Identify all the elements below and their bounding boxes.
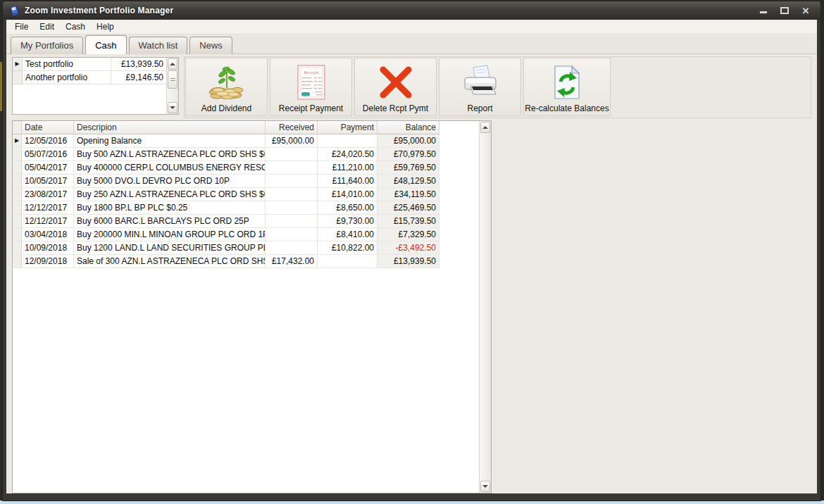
add-dividend-button[interactable]: Add Dividend: [185, 58, 268, 116]
portfolio-name: Another portfolio: [23, 71, 111, 84]
re-calculate-balances-button[interactable]: Re-calculate Balances: [523, 58, 611, 116]
grid-cell-received: [266, 148, 318, 161]
grid-header-payment: Payment: [318, 121, 377, 134]
grid-cell-payment: £10,822.00: [318, 241, 377, 255]
grid-cell-balance: £15,739.50: [377, 215, 439, 228]
scroll-down-button[interactable]: [480, 481, 490, 492]
grid-cell-received: £95,000.00: [266, 134, 318, 148]
scroll-up-button[interactable]: [168, 58, 177, 70]
toolbar-button-label: Delete Rcpt Pymt: [363, 103, 428, 113]
grid-cell-description: Buy 200000 MIN.L MINOAN GROUP PLC ORD 1P: [74, 228, 266, 241]
grid-cell-description: Buy 400000 CERP.L COLUMBUS ENERGY RESOUR: [74, 161, 266, 175]
grid-row[interactable]: 12/12/2017Buy 1800 BP.L BP PLC $0.25£8,6…: [13, 201, 479, 215]
minimize-button[interactable]: [759, 6, 768, 15]
delete-x-icon: [377, 58, 414, 103]
grid-row[interactable]: 23/08/2017Buy 250 AZN.L ASTRAZENECA PLC …: [13, 188, 479, 201]
close-button[interactable]: ✕: [801, 6, 811, 15]
grid-row[interactable]: 10/05/2017Buy 5000 DVO.L DEVRO PLC ORD 1…: [13, 175, 479, 188]
grid-cell-received: [266, 228, 318, 241]
grid-cell-balance: £48,129.50: [377, 175, 439, 188]
transactions-grid: DateDescripionReceivedPaymentBalance ▶12…: [12, 120, 492, 493]
grid-cell-date: 12/12/2017: [22, 201, 74, 215]
portfolio-name: Test portfolio: [23, 58, 111, 71]
app-client-area: FileEditCashHelp My PortfoliosCashWatch …: [6, 20, 817, 493]
printer-icon: [461, 58, 500, 103]
portfolio-scrollbar[interactable]: [166, 58, 178, 114]
row-selector: ▶: [13, 58, 23, 71]
grid-row[interactable]: 03/04/2018Buy 200000 MIN.L MINOAN GROUP …: [13, 228, 479, 241]
row-selector: [13, 228, 22, 241]
grid-cell-received: [266, 161, 318, 175]
grid-header-date: Date: [22, 121, 74, 134]
row-selector: [13, 188, 22, 201]
arrow-down-icon: [482, 485, 488, 488]
grid-cell-date: 10/09/2018: [22, 241, 74, 255]
row-selector: [13, 201, 22, 215]
title-bar[interactable]: Zoom Investment Portfolio Manager ✕: [3, 1, 820, 20]
delete-rcpt-pymt-button[interactable]: Delete Rcpt Pymt: [354, 58, 437, 116]
scroll-up-button[interactable]: [480, 122, 490, 133]
grid-row[interactable]: 05/07/2016Buy 500 AZN.L ASTRAZENECA PLC …: [13, 148, 479, 161]
menu-item-edit[interactable]: Edit: [34, 20, 60, 33]
menu-item-help[interactable]: Help: [91, 20, 120, 33]
grid-cell-payment: £24,020.50: [318, 148, 377, 161]
close-icon: ✕: [802, 6, 810, 15]
grid-cell-balance: £95,000.00: [377, 134, 439, 148]
grid-cell-description: Buy 1800 BP.L BP PLC $0.25: [74, 201, 266, 215]
grid-cell-payment: [318, 134, 377, 148]
scroll-track[interactable]: [480, 134, 491, 480]
maximize-button[interactable]: [780, 6, 789, 15]
menu-item-cash[interactable]: Cash: [60, 20, 91, 33]
grid-header: DateDescripionReceivedPaymentBalance: [13, 121, 479, 134]
grid-body: DateDescripionReceivedPaymentBalance ▶12…: [13, 121, 479, 493]
row-selector: ▶: [13, 134, 22, 148]
arrow-up-icon: [482, 126, 488, 129]
grid-cell-date: 12/05/2016: [22, 134, 74, 148]
arrow-down-icon: [170, 106, 175, 109]
grid-row[interactable]: 10/09/2018Buy 1200 LAND.L LAND SECURITIE…: [13, 241, 479, 255]
grid-cell-balance: £70,979.50: [377, 148, 439, 161]
grid-row[interactable]: 12/12/2017Buy 6000 BARC.L BARCLAYS PLC O…: [13, 215, 479, 228]
row-selector: [13, 71, 23, 84]
scroll-thumb[interactable]: [168, 70, 177, 89]
grid-header-selector: [13, 121, 22, 134]
scroll-down-button[interactable]: [168, 102, 177, 113]
menu-item-file[interactable]: File: [9, 20, 34, 33]
grid-cell-description: Opening Balance: [74, 134, 266, 148]
grid-scrollbar[interactable]: [479, 121, 491, 493]
grid-header-balance: Balance: [377, 121, 439, 134]
grid-row[interactable]: 12/09/2018Sale of 300 AZN.L ASTRAZENECA …: [13, 255, 479, 268]
grid-cell-date: 05/07/2016: [22, 148, 74, 161]
grid-row[interactable]: ▶12/05/2016Opening Balance£95,000.00£95,…: [13, 134, 479, 148]
app-window: Zoom Investment Portfolio Manager ✕ File…: [3, 1, 820, 500]
tab-news[interactable]: News: [189, 37, 232, 54]
tab-watch-list[interactable]: Watch list: [129, 37, 188, 54]
grid-cell-payment: £8,650.00: [318, 201, 377, 215]
report-button[interactable]: Report: [439, 58, 521, 116]
portfolio-row[interactable]: Another portfolio£9,146.50: [13, 71, 166, 84]
grid-cell-balance: £25,469.50: [377, 201, 439, 215]
tab-my-portfolios[interactable]: My Portfolios: [11, 37, 83, 54]
row-selector: [13, 255, 22, 268]
desktop-edge: [0, 500, 824, 504]
grid-cell-received: [266, 215, 318, 228]
grid-cell-description: Buy 5000 DVO.L DEVRO PLC ORD 10P: [74, 175, 266, 188]
grid-cell-received: [266, 241, 318, 255]
scroll-track[interactable]: [167, 89, 178, 101]
grid-cell-balance: £13,939.50: [377, 255, 439, 268]
toolbar-button-label: Receipt Payment: [279, 103, 343, 113]
portfolio-balance: £13,939.50: [111, 58, 166, 71]
toolbar: Add Dividend Receipt Receipt Payment Del…: [184, 56, 811, 118]
grid-row[interactable]: 05/04/2017Buy 400000 CERP.L COLUMBUS ENE…: [13, 161, 479, 175]
recalculate-icon: [551, 58, 582, 103]
grid-header-descripion: Descripion: [74, 121, 266, 134]
window-title: Zoom Investment Portfolio Manager: [25, 6, 173, 15]
receipt-icon: Receipt: [296, 58, 326, 103]
portfolio-row[interactable]: ▶Test portfolio£13,939.50: [13, 58, 166, 71]
grid-cell-payment: £11,210.00: [318, 161, 377, 175]
tab-cash[interactable]: Cash: [85, 35, 126, 54]
grid-rows: ▶12/05/2016Opening Balance£95,000.00£95,…: [13, 134, 479, 268]
selected-row-arrow-icon: ▶: [15, 61, 19, 67]
receipt-payment-button[interactable]: Receipt Receipt Payment: [270, 58, 352, 116]
grid-cell-received: [266, 175, 318, 188]
